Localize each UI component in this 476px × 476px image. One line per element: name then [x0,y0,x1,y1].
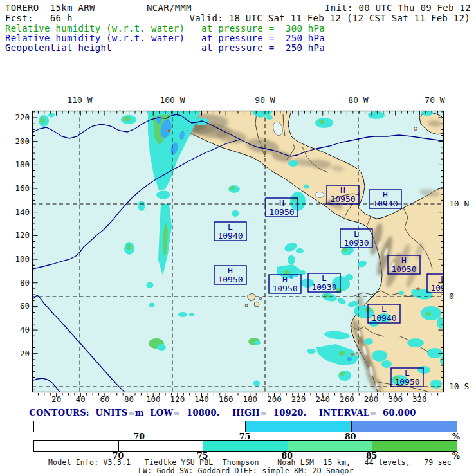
y-axis-tick-label: 20 [20,349,30,358]
svg-text:10940: 10940 [371,313,396,323]
humidity-patch [149,303,155,307]
y-axis-tick-label: 60 [20,301,30,311]
humidity-patch [319,120,324,124]
svg-text:10950: 10950 [330,194,355,204]
svg-text:H: H [279,198,284,208]
y-axis-tick-label: 80 [20,278,30,288]
x-axis-tick-label: 40 [76,394,86,404]
humidity-patch [307,349,316,354]
humidity-patch [266,116,273,120]
humidity-patch [372,350,387,362]
humidity-patch [289,275,293,279]
y-axis-tick-label: 200 [15,136,30,146]
humidity-patch [399,291,404,295]
humidity-patch [356,352,358,354]
svg-text:L: L [381,304,387,314]
x-axis-tick-label: 300 [388,394,403,404]
humidity-patch [324,294,329,298]
x-axis-tick-label: 60 [100,394,109,404]
svg-text:10950: 10950 [394,377,419,387]
latitude-label: 10 N [449,199,469,208]
galapagos-island [259,297,262,300]
x-axis-tick-label: 160 [219,394,233,404]
humidity-patch [407,338,424,347]
svg-text:H: H [383,190,388,199]
colorbar-segment [34,441,119,451]
y-axis-tick-label: 100 [15,254,30,264]
humidity-patch [347,357,352,361]
humidity-patch [417,366,430,374]
humidity-patch [195,118,209,125]
humidity-patch [426,312,431,316]
humidity-patch [315,118,333,128]
humidity-patch [123,117,131,122]
y-axis-tick-label: 220 [15,113,30,122]
x-axis-tick-label: 240 [315,394,330,404]
humidity-patch [416,288,420,291]
y-axis-tick-label: 180 [15,160,30,169]
contour-info-line: CONTOURS: UNITS=m LOW= 10800. HIGH= 1092… [0,408,445,417]
colorbar-rh250 [33,421,457,432]
svg-text:10950: 10950 [272,284,297,293]
humidity-patch [430,380,442,389]
humidity-patch [48,113,55,118]
humidity-patch [427,348,443,358]
humidity-patch [138,201,145,211]
humidity-patch [288,160,298,167]
longitude-label: 70 W [425,95,444,105]
weather-plot-page: TORERO 15km ARW NCAR/MMM Init: 00 UTC Th… [0,0,476,476]
colorbar-rh300 [33,440,457,452]
humidity-patch [189,313,194,316]
humidity-patch [296,248,304,253]
x-axis-tick-label: 180 [243,394,258,404]
galapagos-island [245,304,248,307]
galapagos-island [254,302,259,307]
x-axis-tick-label: 220 [291,394,306,404]
svg-text:L: L [228,222,233,232]
colorbar-segment [246,421,352,432]
x-axis-tick-label: 80 [124,394,134,404]
colorbar-segment [140,421,246,432]
humidity-patch [345,274,353,280]
humidity-patch [288,255,295,264]
humidity-patch [342,248,347,252]
humidity-patch [339,351,345,356]
longitude-label: 80 W [348,95,368,105]
humidity-patch [147,282,154,288]
y-axis-tick-label: 120 [15,230,30,240]
svg-text:10950: 10950 [391,264,416,274]
humidity-patch [364,338,373,345]
svg-text:H: H [340,185,345,195]
x-axis-tick-label: 280 [364,394,379,404]
y-axis-tick-label: 160 [15,183,30,193]
x-axis-tick-label: 320 [412,394,427,404]
x-axis-tick-label: 140 [194,394,209,404]
humidity-patch [156,116,161,124]
svg-text:10940: 10940 [372,199,398,208]
colorbar-tick-label: % [452,451,460,461]
colorbar-segment [372,441,457,451]
y-axis-tick-label: 140 [15,207,30,217]
humidity-patch [368,111,385,119]
humidity-patch [156,191,170,199]
svg-text:L: L [354,229,359,239]
svg-text:H: H [282,275,288,284]
y-axis-tick-label: 40 [20,325,30,334]
map-canvas: H10950H10950H10940L10940L10930H10950L109… [0,0,476,476]
humidity-patch [351,301,358,306]
x-axis-tick-label: 260 [340,394,354,404]
model-info-line2: LW: Godd SW: Goddard DIFF: simple KM: 2D… [138,466,354,475]
humidity-patch [304,185,309,189]
small-island [414,127,417,131]
humidity-patch [157,344,166,351]
svg-text:H: H [401,255,407,265]
humidity-patch [168,129,171,133]
x-axis-tick-label: 120 [170,394,185,404]
svg-text:L: L [405,368,410,378]
colorbar-segment [288,441,373,451]
svg-text:L: L [322,273,327,283]
humidity-patch [421,306,441,320]
humidity-patch [230,186,235,190]
humidity-patch [228,185,240,193]
colorbar-segment [34,421,140,432]
